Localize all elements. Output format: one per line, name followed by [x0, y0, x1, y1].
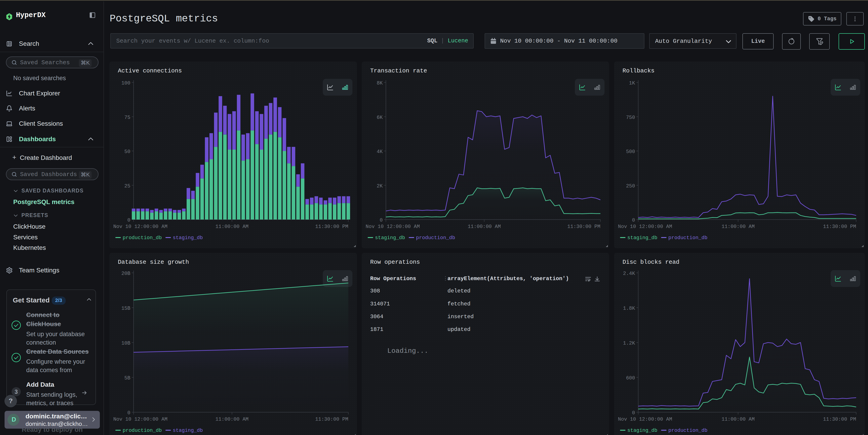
- svg-text:25: 25: [124, 183, 130, 189]
- svg-text:11:00:00 AM: 11:00:00 AM: [721, 416, 754, 422]
- svg-text:11:00:00 AM: 11:00:00 AM: [215, 416, 248, 422]
- svg-text:0: 0: [127, 410, 130, 416]
- svg-text:Nov 10 12:00:00 AM: Nov 10 12:00:00 AM: [618, 224, 672, 230]
- svg-text:11:00:00 AM: 11:00:00 AM: [721, 224, 754, 230]
- svg-text:11:30:00 PM: 11:30:00 PM: [315, 224, 348, 230]
- svg-text:production_db: production_db: [416, 235, 455, 241]
- svg-text:production_db: production_db: [668, 235, 708, 241]
- svg-text:staging_db: staging_db: [173, 428, 203, 433]
- svg-text:staging_db: staging_db: [627, 428, 657, 433]
- svg-text:0: 0: [632, 410, 635, 416]
- svg-text:staging_db: staging_db: [627, 235, 657, 241]
- svg-text:staging_db: staging_db: [173, 235, 203, 241]
- svg-text:8K: 8K: [377, 80, 383, 86]
- svg-text:250: 250: [626, 183, 635, 189]
- svg-text:10B: 10B: [121, 340, 130, 346]
- svg-text:production_db: production_db: [123, 235, 162, 241]
- svg-text:1K: 1K: [629, 80, 635, 86]
- svg-text:20B: 20B: [121, 271, 130, 276]
- svg-text:600: 600: [626, 375, 635, 381]
- svg-text:11:30:00 PM: 11:30:00 PM: [823, 224, 856, 230]
- svg-text:11:30:00 PM: 11:30:00 PM: [315, 416, 348, 422]
- svg-text:Nov 10 12:00:00 AM: Nov 10 12:00:00 AM: [618, 416, 672, 422]
- svg-text:0: 0: [127, 218, 130, 223]
- svg-text:0: 0: [380, 218, 383, 223]
- svg-text:staging_db: staging_db: [375, 235, 405, 241]
- svg-text:6K: 6K: [377, 115, 383, 121]
- svg-text:production_db: production_db: [668, 428, 708, 433]
- svg-text:Nov 10 12:00:00 AM: Nov 10 12:00:00 AM: [366, 224, 420, 230]
- svg-text:2.4K: 2.4K: [623, 271, 635, 276]
- svg-text:75: 75: [124, 115, 130, 121]
- svg-text:15B: 15B: [121, 306, 130, 311]
- svg-text:11:30:00 PM: 11:30:00 PM: [567, 224, 600, 230]
- svg-text:5B: 5B: [124, 375, 130, 381]
- svg-text:production_db: production_db: [123, 428, 162, 433]
- svg-text:50: 50: [124, 149, 130, 155]
- svg-text:750: 750: [626, 115, 635, 121]
- svg-text:1.8K: 1.8K: [623, 306, 635, 311]
- svg-text:500: 500: [626, 149, 635, 155]
- svg-text:11:00:00 AM: 11:00:00 AM: [468, 224, 501, 230]
- svg-text:Nov 10 12:00:00 AM: Nov 10 12:00:00 AM: [113, 416, 167, 422]
- svg-text:11:00:00 AM: 11:00:00 AM: [215, 224, 248, 230]
- svg-text:2K: 2K: [377, 183, 383, 189]
- svg-text:100: 100: [121, 80, 130, 86]
- svg-text:0: 0: [632, 218, 635, 223]
- svg-text:4K: 4K: [377, 149, 383, 155]
- svg-text:Nov 10 12:00:00 AM: Nov 10 12:00:00 AM: [113, 224, 167, 230]
- svg-text:1.2K: 1.2K: [623, 340, 635, 346]
- svg-text:11:30:00 PM: 11:30:00 PM: [823, 416, 856, 422]
